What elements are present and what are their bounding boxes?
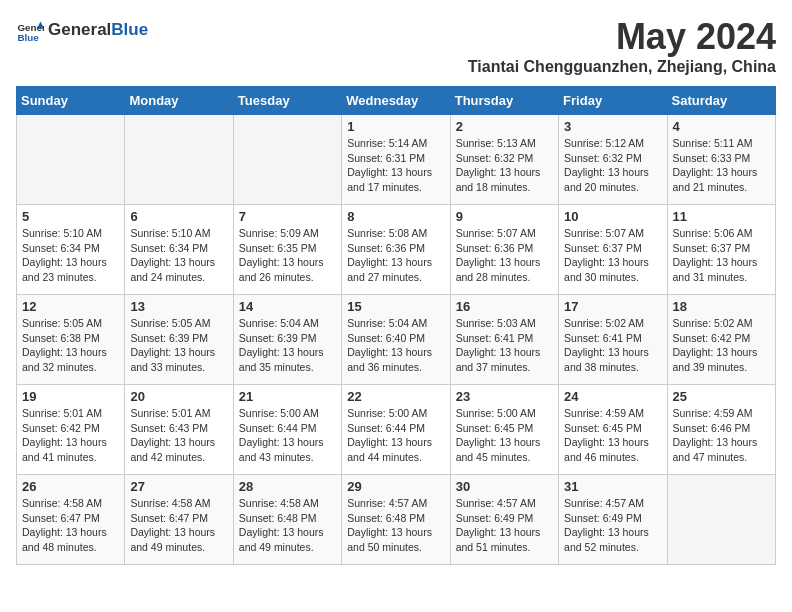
location-title: Tiantai Chengguanzhen, Zhejiang, China [468, 58, 776, 76]
day-info: Sunrise: 5:06 AMSunset: 6:37 PMDaylight:… [673, 226, 770, 285]
day-info: Sunrise: 5:01 AMSunset: 6:43 PMDaylight:… [130, 406, 227, 465]
day-cell: 26Sunrise: 4:58 AMSunset: 6:47 PMDayligh… [17, 475, 125, 565]
day-number: 4 [673, 119, 770, 134]
day-number: 10 [564, 209, 661, 224]
day-cell: 20Sunrise: 5:01 AMSunset: 6:43 PMDayligh… [125, 385, 233, 475]
day-number: 20 [130, 389, 227, 404]
day-info: Sunrise: 5:14 AMSunset: 6:31 PMDaylight:… [347, 136, 444, 195]
day-cell: 11Sunrise: 5:06 AMSunset: 6:37 PMDayligh… [667, 205, 775, 295]
day-cell: 30Sunrise: 4:57 AMSunset: 6:49 PMDayligh… [450, 475, 558, 565]
day-cell: 6Sunrise: 5:10 AMSunset: 6:34 PMDaylight… [125, 205, 233, 295]
day-cell: 3Sunrise: 5:12 AMSunset: 6:32 PMDaylight… [559, 115, 667, 205]
day-info: Sunrise: 5:04 AMSunset: 6:40 PMDaylight:… [347, 316, 444, 375]
day-cell: 8Sunrise: 5:08 AMSunset: 6:36 PMDaylight… [342, 205, 450, 295]
header: General Blue GeneralBlue May 2024 Tianta… [16, 16, 776, 76]
day-cell: 23Sunrise: 5:00 AMSunset: 6:45 PMDayligh… [450, 385, 558, 475]
week-row-2: 5Sunrise: 5:10 AMSunset: 6:34 PMDaylight… [17, 205, 776, 295]
day-info: Sunrise: 5:07 AMSunset: 6:37 PMDaylight:… [564, 226, 661, 285]
day-info: Sunrise: 5:01 AMSunset: 6:42 PMDaylight:… [22, 406, 119, 465]
weekday-header-thursday: Thursday [450, 87, 558, 115]
day-number: 2 [456, 119, 553, 134]
day-number: 6 [130, 209, 227, 224]
day-info: Sunrise: 5:05 AMSunset: 6:39 PMDaylight:… [130, 316, 227, 375]
day-cell: 27Sunrise: 4:58 AMSunset: 6:47 PMDayligh… [125, 475, 233, 565]
day-info: Sunrise: 4:58 AMSunset: 6:48 PMDaylight:… [239, 496, 336, 555]
day-number: 19 [22, 389, 119, 404]
day-info: Sunrise: 5:00 AMSunset: 6:44 PMDaylight:… [347, 406, 444, 465]
day-cell [667, 475, 775, 565]
logo-general-text: General [48, 20, 111, 40]
day-info: Sunrise: 5:10 AMSunset: 6:34 PMDaylight:… [22, 226, 119, 285]
day-cell [125, 115, 233, 205]
day-info: Sunrise: 5:03 AMSunset: 6:41 PMDaylight:… [456, 316, 553, 375]
day-cell: 29Sunrise: 4:57 AMSunset: 6:48 PMDayligh… [342, 475, 450, 565]
day-cell: 10Sunrise: 5:07 AMSunset: 6:37 PMDayligh… [559, 205, 667, 295]
day-number: 15 [347, 299, 444, 314]
day-info: Sunrise: 5:04 AMSunset: 6:39 PMDaylight:… [239, 316, 336, 375]
weekday-header-row: SundayMondayTuesdayWednesdayThursdayFrid… [17, 87, 776, 115]
day-cell: 9Sunrise: 5:07 AMSunset: 6:36 PMDaylight… [450, 205, 558, 295]
month-title: May 2024 [468, 16, 776, 58]
day-number: 26 [22, 479, 119, 494]
day-cell: 17Sunrise: 5:02 AMSunset: 6:41 PMDayligh… [559, 295, 667, 385]
day-number: 12 [22, 299, 119, 314]
day-info: Sunrise: 4:58 AMSunset: 6:47 PMDaylight:… [22, 496, 119, 555]
day-cell: 4Sunrise: 5:11 AMSunset: 6:33 PMDaylight… [667, 115, 775, 205]
day-cell: 21Sunrise: 5:00 AMSunset: 6:44 PMDayligh… [233, 385, 341, 475]
weekday-header-tuesday: Tuesday [233, 87, 341, 115]
day-cell: 18Sunrise: 5:02 AMSunset: 6:42 PMDayligh… [667, 295, 775, 385]
day-number: 17 [564, 299, 661, 314]
day-number: 21 [239, 389, 336, 404]
day-info: Sunrise: 4:58 AMSunset: 6:47 PMDaylight:… [130, 496, 227, 555]
logo: General Blue GeneralBlue [16, 16, 148, 44]
day-cell: 19Sunrise: 5:01 AMSunset: 6:42 PMDayligh… [17, 385, 125, 475]
day-number: 13 [130, 299, 227, 314]
day-cell: 7Sunrise: 5:09 AMSunset: 6:35 PMDaylight… [233, 205, 341, 295]
day-info: Sunrise: 5:08 AMSunset: 6:36 PMDaylight:… [347, 226, 444, 285]
day-cell: 28Sunrise: 4:58 AMSunset: 6:48 PMDayligh… [233, 475, 341, 565]
weekday-header-saturday: Saturday [667, 87, 775, 115]
day-number: 29 [347, 479, 444, 494]
day-cell: 12Sunrise: 5:05 AMSunset: 6:38 PMDayligh… [17, 295, 125, 385]
day-number: 11 [673, 209, 770, 224]
day-number: 3 [564, 119, 661, 134]
day-info: Sunrise: 4:57 AMSunset: 6:49 PMDaylight:… [564, 496, 661, 555]
day-cell: 2Sunrise: 5:13 AMSunset: 6:32 PMDaylight… [450, 115, 558, 205]
day-cell: 25Sunrise: 4:59 AMSunset: 6:46 PMDayligh… [667, 385, 775, 475]
day-info: Sunrise: 5:11 AMSunset: 6:33 PMDaylight:… [673, 136, 770, 195]
day-info: Sunrise: 5:02 AMSunset: 6:42 PMDaylight:… [673, 316, 770, 375]
day-number: 18 [673, 299, 770, 314]
day-cell: 22Sunrise: 5:00 AMSunset: 6:44 PMDayligh… [342, 385, 450, 475]
day-cell: 16Sunrise: 5:03 AMSunset: 6:41 PMDayligh… [450, 295, 558, 385]
day-cell [17, 115, 125, 205]
day-number: 8 [347, 209, 444, 224]
calendar-table: SundayMondayTuesdayWednesdayThursdayFrid… [16, 86, 776, 565]
day-info: Sunrise: 5:07 AMSunset: 6:36 PMDaylight:… [456, 226, 553, 285]
day-cell: 13Sunrise: 5:05 AMSunset: 6:39 PMDayligh… [125, 295, 233, 385]
day-info: Sunrise: 5:02 AMSunset: 6:41 PMDaylight:… [564, 316, 661, 375]
title-area: May 2024 Tiantai Chengguanzhen, Zhejiang… [468, 16, 776, 76]
day-number: 28 [239, 479, 336, 494]
day-number: 9 [456, 209, 553, 224]
day-cell [233, 115, 341, 205]
day-cell: 15Sunrise: 5:04 AMSunset: 6:40 PMDayligh… [342, 295, 450, 385]
day-number: 31 [564, 479, 661, 494]
day-info: Sunrise: 5:09 AMSunset: 6:35 PMDaylight:… [239, 226, 336, 285]
day-cell: 31Sunrise: 4:57 AMSunset: 6:49 PMDayligh… [559, 475, 667, 565]
weekday-header-monday: Monday [125, 87, 233, 115]
day-number: 30 [456, 479, 553, 494]
day-info: Sunrise: 5:00 AMSunset: 6:45 PMDaylight:… [456, 406, 553, 465]
day-cell: 14Sunrise: 5:04 AMSunset: 6:39 PMDayligh… [233, 295, 341, 385]
day-number: 16 [456, 299, 553, 314]
day-info: Sunrise: 5:10 AMSunset: 6:34 PMDaylight:… [130, 226, 227, 285]
day-number: 22 [347, 389, 444, 404]
day-info: Sunrise: 4:59 AMSunset: 6:46 PMDaylight:… [673, 406, 770, 465]
day-number: 14 [239, 299, 336, 314]
weekday-header-wednesday: Wednesday [342, 87, 450, 115]
day-info: Sunrise: 4:57 AMSunset: 6:48 PMDaylight:… [347, 496, 444, 555]
day-cell: 24Sunrise: 4:59 AMSunset: 6:45 PMDayligh… [559, 385, 667, 475]
day-info: Sunrise: 5:00 AMSunset: 6:44 PMDaylight:… [239, 406, 336, 465]
day-info: Sunrise: 5:05 AMSunset: 6:38 PMDaylight:… [22, 316, 119, 375]
day-cell: 5Sunrise: 5:10 AMSunset: 6:34 PMDaylight… [17, 205, 125, 295]
day-number: 5 [22, 209, 119, 224]
